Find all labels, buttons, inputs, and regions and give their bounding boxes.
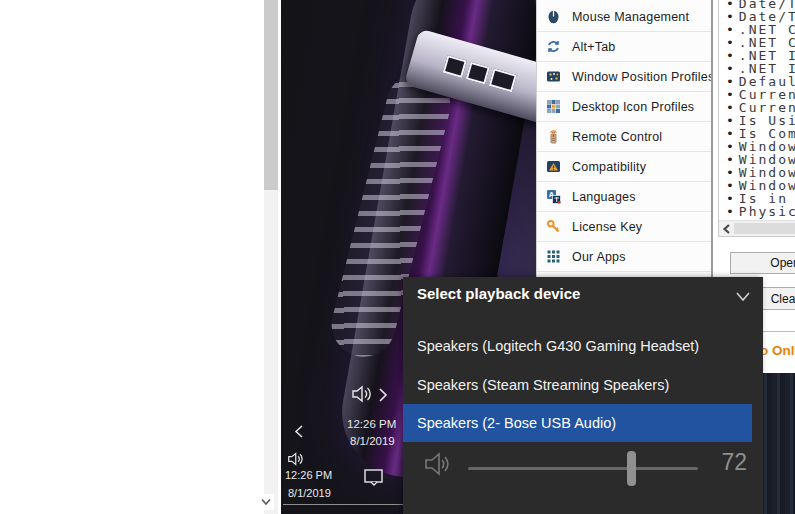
- action-center-icon[interactable]: [363, 468, 385, 487]
- menu-item-label: Window Position Profiles: [572, 70, 713, 84]
- taskbar-clock-date[interactable]: 8/1/2019: [288, 487, 331, 499]
- menu-item-label: Desktop Icon Profiles: [572, 100, 694, 114]
- menu-item-mouse-management[interactable]: Mouse Management: [537, 2, 711, 32]
- menu-item-label: Our Apps: [572, 250, 626, 264]
- device-label: Speakers (Logitech G430 Gaming Headset): [417, 338, 699, 354]
- languages-icon: A: [546, 189, 561, 204]
- chevron-left-icon[interactable]: [721, 223, 733, 235]
- alt-tab-icon: [546, 39, 561, 54]
- menu-item-label: Compatibility: [572, 160, 646, 174]
- desktop-icon-profiles-icon: [546, 99, 561, 114]
- taskbar-clock-date[interactable]: 8/1/2019: [350, 435, 395, 447]
- chevron-right-icon[interactable]: [377, 387, 389, 403]
- mouse-icon: [546, 9, 561, 24]
- band-glyph: [443, 55, 467, 78]
- menu-item-remote-control[interactable]: Remote Control: [537, 122, 711, 152]
- taskbar-clock-time[interactable]: 12:26 PM: [285, 469, 332, 481]
- band-glyph: [466, 62, 490, 85]
- menu-item-label: Mouse Management: [572, 10, 689, 24]
- scrollbar-thumb[interactable]: [264, 0, 278, 190]
- chevron-down-icon: [261, 498, 271, 506]
- open-button[interactable]: Open: [730, 252, 795, 274]
- system-info-list: Date/T Date/T .NET C .NET C .NET I .NET …: [718, 0, 795, 237]
- menu-item-license-key[interactable]: License Key: [537, 212, 711, 242]
- band-glyph: [489, 68, 517, 92]
- menu-item-languages[interactable]: A Languages: [537, 182, 711, 212]
- remote-control-icon: [546, 129, 561, 144]
- chevron-down-icon[interactable]: [735, 291, 751, 303]
- window-position-profiles-icon: [546, 69, 561, 84]
- pro-only-label: o Only: [760, 343, 795, 358]
- compatibility-icon: [546, 159, 561, 174]
- menu-item-label: Alt+Tab: [572, 40, 615, 54]
- menu-item-label: Languages: [572, 190, 636, 204]
- speaker-icon[interactable]: [287, 452, 306, 466]
- menu-item-alt-tab[interactable]: Alt+Tab: [537, 32, 711, 62]
- chevron-left-icon[interactable]: [294, 424, 305, 439]
- menu-item-desktop-icon-profiles[interactable]: Desktop Icon Profiles: [537, 92, 711, 122]
- system-info-lines: Date/T Date/T .NET C .NET C .NET I .NET …: [719, 0, 795, 231]
- menu-item-window-position-profiles[interactable]: Window Position Profiles: [537, 62, 711, 92]
- vertical-scrollbar[interactable]: [264, 0, 278, 514]
- volume-value: 72: [703, 449, 747, 476]
- device-label: Speakers (Steam Streaming Speakers): [417, 377, 669, 393]
- volume-slider-thumb[interactable]: [627, 451, 636, 486]
- device-option[interactable]: Speakers (Logitech G430 Gaming Headset): [403, 326, 763, 365]
- horizontal-scrollbar[interactable]: [719, 220, 795, 236]
- scrollbar-thumb[interactable]: [734, 223, 795, 234]
- device-option[interactable]: Speakers (Steam Streaming Speakers): [403, 365, 763, 404]
- our-apps-icon: [546, 249, 561, 264]
- device-option-selected[interactable]: Speakers (2- Bose USB Audio): [403, 404, 752, 442]
- flyout-title: Select playback device: [417, 285, 580, 302]
- license-key-icon: [546, 219, 561, 234]
- menu-item-label: License Key: [572, 220, 642, 234]
- menu-item-label: Remote Control: [572, 130, 662, 144]
- device-label: Speakers (2- Bose USB Audio): [417, 415, 616, 431]
- menu-item-compatibility[interactable]: Compatibility: [537, 152, 711, 182]
- speaker-icon[interactable]: [351, 385, 375, 403]
- menu-item-our-apps[interactable]: Our Apps: [537, 242, 711, 272]
- volume-slider-track[interactable]: [468, 467, 698, 470]
- app-context-menu: Mouse Management Alt+Tab Window Position…: [536, 0, 713, 281]
- screen: 12:26 PM 8/1/2019 12:26 PM 8/1/2019 D: [0, 0, 795, 514]
- volume-flyout: Select playback device Speakers (Logitec…: [403, 277, 763, 514]
- scrollbar-down-arrow[interactable]: [257, 494, 274, 510]
- volume-speaker-icon[interactable]: [423, 449, 453, 479]
- taskbar-clock-time[interactable]: 12:26 PM: [347, 418, 396, 430]
